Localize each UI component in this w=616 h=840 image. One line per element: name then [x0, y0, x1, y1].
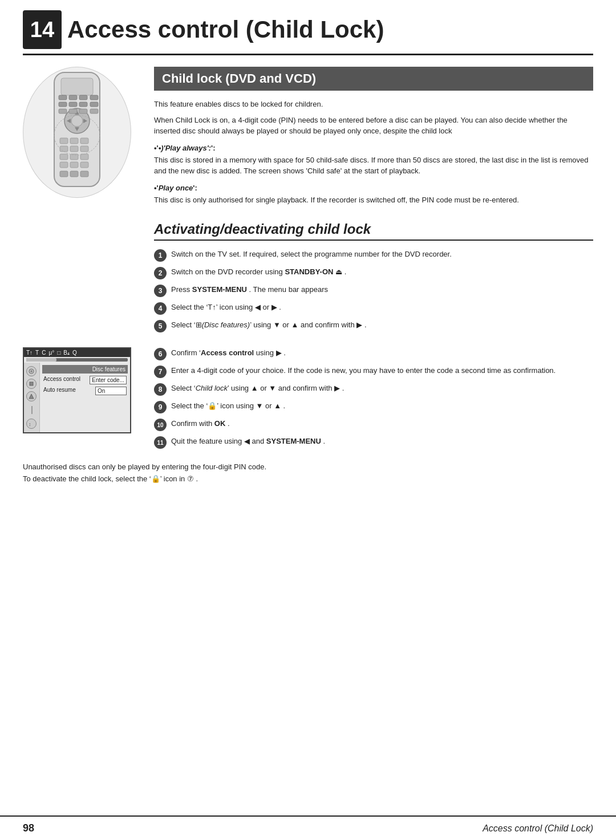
step-row-9: 9 Select the ‘🔒’ icon using ▼ or ▲ . — [154, 400, 593, 413]
svg-marker-39 — [29, 394, 34, 399]
menu-label-access: Access control — [43, 376, 80, 384]
svg-rect-24 — [70, 146, 78, 152]
screen-menu-row-2: Auto resume On — [42, 386, 128, 396]
lower-content: T↑ T C μ° □ B₄ Q — [0, 337, 616, 453]
child-lock-section-title: Child lock (DVD and VCD) — [154, 67, 593, 91]
svg-rect-16 — [59, 109, 67, 113]
step-row-6: 6 Confirm ‘Access control using ▶ . — [154, 347, 593, 360]
screen-mockup: T↑ T C μ° □ B₄ Q — [23, 347, 131, 433]
svg-rect-8 — [59, 95, 67, 100]
svg-rect-10 — [79, 95, 87, 100]
play-always-text: This disc is stored in a memory with spa… — [154, 155, 593, 177]
screen-icon-circle-1 — [26, 366, 37, 376]
lower-left: T↑ T C μ° □ B₄ Q — [23, 347, 137, 453]
step-num-1: 1 — [154, 249, 167, 262]
play-once-text: This disc is only authorised for single … — [154, 194, 593, 206]
bottom-notes: Unauthorised discs can only be played by… — [0, 453, 616, 485]
svg-rect-25 — [80, 146, 88, 152]
svg-rect-14 — [79, 102, 87, 107]
step-num-9: 9 — [154, 401, 167, 413]
step-text-7: Enter a 4-digit code of your choice. If … — [171, 365, 593, 376]
screen-icon-circle-4: ↕ — [26, 419, 37, 429]
screen-top-bar: T↑ T C μ° □ B₄ Q — [24, 348, 130, 357]
screen-menu: Disc features Access control Enter code.… — [40, 363, 130, 432]
step-row-7: 7 Enter a 4-digit code of your choice. I… — [154, 365, 593, 378]
step-text-4: Select the ‘T↑’ icon using ◀ or ▶ . — [171, 302, 593, 313]
screen-icon-q: Q — [72, 350, 77, 356]
svg-rect-19 — [90, 109, 98, 113]
step-row-5: 5 Select ‘⊞(Disc features)’ using ▼ or ▲… — [154, 319, 593, 332]
svg-rect-38 — [30, 382, 33, 385]
chapter-badge: 14 — [23, 10, 62, 49]
svg-rect-13 — [69, 102, 77, 107]
step-num-10: 10 — [154, 419, 167, 431]
screen-icon-mu: μ° — [48, 350, 54, 356]
step-row-11: 11 Quit the feature using ◀ and SYSTEM-M… — [154, 436, 593, 449]
intro-text-1: This feature enables discs to be locked … — [154, 99, 593, 110]
step-num-6: 6 — [154, 348, 167, 360]
step-text-5: Select ‘⊞(Disc features)’ using ▼ or ▲ a… — [171, 319, 593, 331]
step-row-4: 4 Select the ‘T↑’ icon using ◀ or ▶ . — [154, 302, 593, 315]
menu-value-autoresume: On — [95, 387, 127, 395]
svg-rect-32 — [60, 171, 68, 177]
footer-title: Access control (Child Lock) — [483, 823, 593, 834]
step-text-1: Switch on the TV set. If required, selec… — [171, 249, 593, 260]
svg-rect-22 — [80, 138, 88, 144]
svg-rect-21 — [70, 138, 78, 144]
menu-value-access: Enter code... — [90, 376, 127, 384]
bottom-note-2: To deactivate the child lock, select the… — [23, 473, 593, 485]
footer-page-number: 98 — [23, 822, 34, 834]
remote-control-image — [23, 67, 131, 198]
step-num-8: 8 — [154, 383, 167, 396]
step-text-9: Select the ‘🔒’ icon using ▼ or ▲ . — [171, 400, 593, 412]
step-row-2: 2 Switch on the DVD recorder using STAND… — [154, 266, 593, 279]
page-footer: 98 Access control (Child Lock) — [0, 815, 616, 840]
screen-menu-header: Disc features — [42, 365, 128, 374]
screen-icon-b4: B₄ — [63, 350, 70, 356]
step-text-2: Switch on the DVD recorder using STANDBY… — [171, 266, 593, 278]
step-row-3: 3 Press SYSTEM-MENU . The menu bar appea… — [154, 284, 593, 297]
svg-rect-34 — [80, 171, 88, 177]
screen-progress-bar — [26, 358, 128, 362]
screen-left-icons: ↕ — [24, 363, 40, 432]
svg-rect-30 — [70, 162, 78, 168]
step-row-8: 8 Select ‘Child lock’ using ▲ or ▼ and c… — [154, 383, 593, 396]
svg-rect-33 — [70, 171, 78, 177]
svg-rect-12 — [59, 102, 67, 107]
activating-section-heading: Activating/deactivating child lock — [154, 221, 593, 241]
svg-rect-23 — [60, 146, 68, 152]
step-text-10: Confirm with OK . — [171, 418, 593, 429]
svg-rect-9 — [69, 95, 77, 100]
svg-rect-29 — [60, 162, 68, 168]
step-num-11: 11 — [154, 436, 167, 449]
page-header: 14 Access control (Child Lock) — [0, 0, 616, 49]
menu-label-autoresume: Auto resume — [43, 387, 76, 395]
screen-icon-c: C — [42, 350, 46, 356]
svg-point-3 — [71, 115, 83, 127]
left-column — [23, 67, 137, 337]
step-num-4: 4 — [154, 302, 167, 315]
svg-rect-26 — [60, 154, 68, 160]
svg-rect-20 — [60, 138, 68, 144]
svg-rect-15 — [90, 102, 98, 107]
screen-icon-t: T — [35, 350, 39, 356]
svg-point-37 — [30, 370, 33, 372]
right-column: Child lock (DVD and VCD) This feature en… — [154, 67, 593, 337]
steps-area-2: 6 Confirm ‘Access control using ▶ . 7 En… — [154, 347, 593, 449]
steps-area-1: 1 Switch on the TV set. If required, sel… — [154, 249, 593, 332]
step-text-6: Confirm ‘Access control using ▶ . — [171, 347, 593, 359]
bottom-note-1: Unauthorised discs can only be played by… — [23, 461, 593, 473]
page-title: Access control (Child Lock) — [67, 18, 384, 42]
svg-rect-1 — [61, 78, 93, 95]
screen-menu-row-1: Access control Enter code... — [42, 375, 128, 385]
remote-svg — [37, 70, 117, 195]
play-always-head: •'•)'Play always':': — [154, 144, 593, 152]
main-content: Child lock (DVD and VCD) This feature en… — [0, 55, 616, 337]
step-num-2: 2 — [154, 267, 167, 279]
svg-rect-31 — [80, 162, 88, 168]
svg-rect-18 — [79, 109, 87, 113]
screen-icon-box: □ — [57, 350, 60, 356]
screen-icon-circle-2 — [26, 379, 37, 389]
step-row-1: 1 Switch on the TV set. If required, sel… — [154, 249, 593, 262]
step-num-5: 5 — [154, 320, 167, 332]
